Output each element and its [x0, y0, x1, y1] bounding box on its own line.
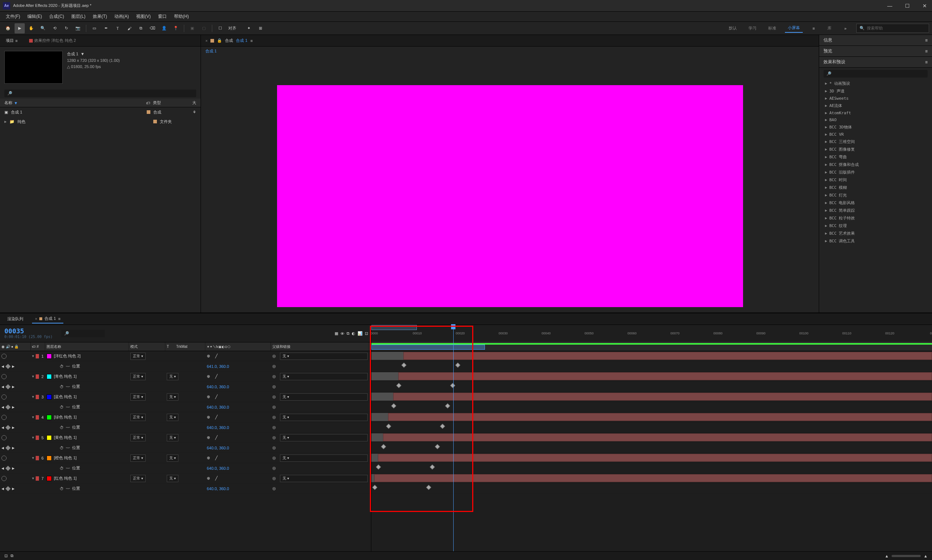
layer-label[interactable]	[36, 374, 39, 379]
property-row[interactable]: ◀▶ ⏱〰位置 640.0, 360.0 ◎	[0, 423, 371, 433]
effect-category[interactable]: ▶ AE流体	[819, 102, 932, 109]
timeline-search[interactable]: 🔎	[61, 330, 105, 337]
puppet-tool[interactable]: 📍	[171, 23, 181, 34]
switch-icon[interactable]: ╱	[215, 374, 218, 379]
stopwatch-icon[interactable]: ⏱	[60, 364, 64, 369]
effects-search[interactable]: 🔎	[824, 70, 927, 77]
graph-icon[interactable]: 〰	[66, 385, 70, 389]
switch-icon[interactable]: ⊕	[207, 415, 210, 420]
hand-tool[interactable]: ✋	[26, 23, 36, 34]
type-tool[interactable]: T	[112, 23, 123, 34]
chevron-right-icon[interactable]: ▶	[5, 120, 6, 123]
composition-viewport[interactable]	[201, 55, 819, 337]
trkmat-dropdown[interactable]: 无 ▾	[167, 393, 179, 401]
keyframe[interactable]	[450, 383, 455, 388]
menu-help[interactable]: 帮助(H)	[171, 12, 192, 21]
stopwatch-icon[interactable]: ⏱	[60, 446, 64, 450]
layer-name[interactable]: [绿色 纯色 1]	[54, 414, 77, 420]
keyframe-track[interactable]	[371, 484, 932, 494]
workspace-menu-icon[interactable]: ≡	[809, 23, 819, 34]
switch-icon[interactable]: ⊕	[207, 394, 210, 399]
trkmat-dropdown[interactable]: 无 ▾	[167, 414, 179, 421]
effect-category[interactable]: ▶ BCC VR	[819, 131, 932, 138]
layer-track[interactable]	[371, 474, 932, 484]
render-queue-tab[interactable]: 渲染队列	[5, 315, 26, 323]
layer-track[interactable]	[371, 351, 932, 362]
help-search[interactable]: 🔍 搜索帮助	[856, 24, 929, 33]
position-value[interactable]: 641.0, 360.0	[207, 364, 229, 369]
parent-dropdown[interactable]: 无 ▾	[280, 454, 368, 462]
keyframe[interactable]	[372, 485, 377, 490]
visibility-toggle[interactable]	[2, 354, 6, 359]
breadcrumb[interactable]: 合成 1	[205, 48, 217, 54]
prev-key-icon[interactable]: ◀	[2, 446, 4, 450]
layer-bar[interactable]	[371, 433, 383, 442]
prev-key-icon[interactable]: ◀	[2, 365, 4, 368]
preview-panel-header[interactable]: 预览≡	[819, 46, 932, 57]
graph-icon[interactable]: 〰	[66, 466, 70, 471]
stopwatch-icon[interactable]: ⏱	[60, 385, 64, 389]
pickwhip-icon[interactable]: ◎	[272, 374, 276, 379]
workspace-small[interactable]: 小屏幕	[785, 24, 803, 33]
keyframe[interactable]	[430, 464, 435, 469]
effect-category[interactable]: ▶ BCC 弯曲	[819, 153, 932, 161]
project-search[interactable]: 🔎	[5, 89, 196, 97]
keyframe[interactable]	[401, 362, 406, 368]
effect-category[interactable]: ▶ 3D 声道	[819, 87, 932, 95]
keyframe-track[interactable]	[371, 362, 932, 372]
stopwatch-icon[interactable]: ⏱	[60, 405, 64, 409]
layer-bar[interactable]	[388, 413, 932, 421]
brainstorm-icon[interactable]: ⊡	[365, 331, 368, 336]
effect-category[interactable]: ▶ BCC 模糊	[819, 184, 932, 191]
comp-mini-icon[interactable]: ▦	[334, 331, 338, 336]
maximize-button[interactable]: ☐	[903, 2, 912, 10]
align-toggle[interactable]: ☐	[215, 23, 225, 34]
brush-tool[interactable]: 🖌	[124, 23, 134, 34]
workspace-library[interactable]: 库	[824, 24, 835, 32]
keyframe-track[interactable]	[371, 443, 932, 453]
next-key-icon[interactable]: ▶	[12, 365, 15, 368]
close-tab-icon[interactable]: ×	[205, 38, 208, 43]
close-tab-icon[interactable]: ×	[35, 317, 37, 321]
layer-track[interactable]	[371, 372, 932, 382]
eye-icon[interactable]: ◉	[2, 345, 5, 349]
comp-thumbnail[interactable]	[5, 51, 63, 84]
stopwatch-icon[interactable]: ⏱	[60, 425, 64, 430]
effect-category[interactable]: ▶ BCC 3D物体	[819, 123, 932, 131]
parent-dropdown[interactable]: 无 ▾	[280, 434, 368, 442]
prev-key-icon[interactable]: ◀	[2, 385, 4, 389]
timeline-layer[interactable]: ▾ 1 [洋红色 纯色 2] 正常 ▾ ⊕ ╱ ◎ 无 ▾	[0, 351, 371, 362]
blend-mode-dropdown[interactable]: 正常 ▾	[130, 454, 146, 462]
layer-label[interactable]	[36, 395, 39, 399]
audio-icon[interactable]: 🔊	[6, 345, 10, 349]
layer-name[interactable]: [洋红色 纯色 2]	[54, 353, 80, 359]
col-parent[interactable]: 父级和链接	[271, 342, 369, 351]
property-name[interactable]: 位置	[72, 465, 80, 471]
workspace-learn[interactable]: 学习	[746, 24, 759, 32]
menu-window[interactable]: 窗口	[155, 12, 169, 21]
menu-layer[interactable]: 图层(L)	[68, 12, 88, 21]
blend-mode-dropdown[interactable]: 正常 ▾	[130, 393, 146, 401]
zoom-in-icon[interactable]: ▲	[924, 554, 927, 558]
property-row[interactable]: ◀▶ ⏱〰位置 640.0, 360.0 ◎	[0, 402, 371, 412]
workspace-default[interactable]: 默认	[726, 24, 740, 32]
keyframe[interactable]	[426, 485, 431, 490]
trkmat-dropdown[interactable]: 无 ▾	[167, 475, 179, 482]
property-row[interactable]: ◀▶ ⏱〰位置 640.0, 360.0 ◎	[0, 484, 371, 494]
timeline-layer[interactable]: ▾ 7 [红色 纯色 1] 正常 ▾ 无 ▾ ⊕ ╱ ◎ 无 ▾	[0, 474, 371, 484]
keyframe[interactable]	[455, 362, 460, 368]
effect-category[interactable]: ▶ BCC 简单跟踪	[819, 207, 932, 214]
layer-bar[interactable]	[371, 454, 378, 462]
header-type[interactable]: 类型	[153, 100, 189, 106]
effect-category[interactable]: ▶ AtomKraft	[819, 109, 932, 117]
graph-icon[interactable]: 〰	[66, 446, 70, 450]
project-item-comp[interactable]: ▣ 合成 1 合成 ⚘	[0, 107, 200, 117]
tab-menu-icon[interactable]: ≡	[251, 38, 253, 43]
eraser-tool[interactable]: ⌫	[148, 23, 158, 34]
pickwhip-icon[interactable]: ◎	[272, 364, 276, 369]
col-trkmat[interactable]: TrkMat	[176, 345, 188, 349]
effect-category[interactable]: ▶ AESweets	[819, 95, 932, 102]
trkmat-dropdown[interactable]: 无 ▾	[167, 434, 179, 442]
keyframe[interactable]	[445, 403, 450, 408]
lock-icon[interactable]: 🔒	[14, 345, 18, 349]
